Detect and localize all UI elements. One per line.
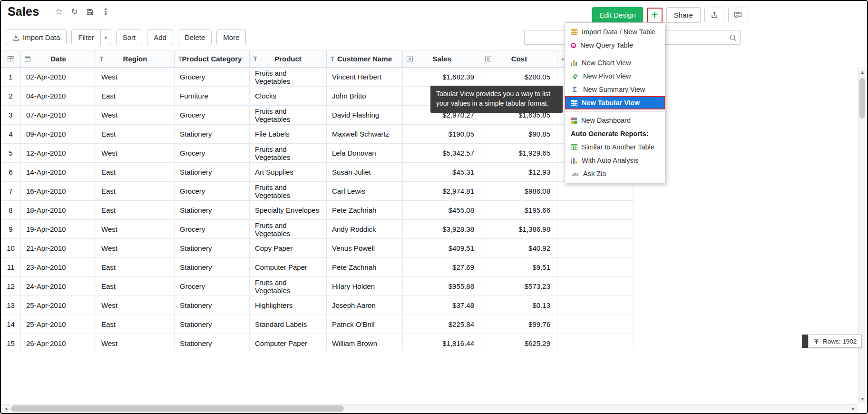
- cell-product[interactable]: Fruits and Vegetables: [250, 68, 327, 87]
- filter-dropdown-button[interactable]: ▾: [101, 30, 111, 45]
- cell-cost[interactable]: $573.23: [481, 277, 557, 296]
- cell-region[interactable]: West: [96, 144, 175, 163]
- cell-region[interactable]: East: [96, 201, 175, 220]
- cell-cost[interactable]: $986.08: [481, 182, 557, 201]
- row-number[interactable]: 8: [1, 201, 21, 220]
- column-header-cost[interactable]: 0 Cost: [481, 50, 557, 68]
- row-number[interactable]: 1: [1, 68, 21, 87]
- cell-region[interactable]: East: [96, 277, 175, 296]
- horizontal-scrollbar[interactable]: ◂ ▸: [2, 404, 858, 412]
- table-row[interactable]: 1 02-Apr-2010 West Grocery Fruits and Ve…: [1, 68, 634, 87]
- cell-date[interactable]: 26-Apr-2010: [21, 334, 96, 351]
- cell-empty[interactable]: [557, 239, 634, 258]
- table-row[interactable]: 9 19-Apr-2010 West Grocery Fruits and Ve…: [1, 220, 634, 239]
- cell-date[interactable]: 09-Apr-2010: [21, 125, 96, 144]
- cell-customer-name[interactable]: Joseph Aaron: [327, 296, 403, 315]
- cell-product[interactable]: Clocks: [250, 87, 327, 106]
- cell-date[interactable]: 14-Apr-2010: [21, 163, 96, 182]
- cell-product[interactable]: Computer Paper: [250, 258, 327, 277]
- scroll-left-icon[interactable]: ◂: [2, 404, 10, 413]
- table-corner-cell[interactable]: [1, 50, 21, 68]
- cell-cost[interactable]: $99.76: [481, 315, 557, 334]
- share-button[interactable]: Share: [666, 7, 701, 23]
- cell-product[interactable]: Highlighters: [250, 296, 327, 315]
- cell-region[interactable]: West: [96, 68, 175, 87]
- cell-product-category[interactable]: Grocery: [175, 182, 250, 201]
- cell-cost[interactable]: $90.85: [481, 125, 557, 144]
- refresh-icon[interactable]: ↻: [71, 8, 78, 16]
- cell-cost[interactable]: $625.29: [481, 334, 557, 351]
- cell-customer-name[interactable]: Hilary Holden: [327, 277, 403, 296]
- cell-customer-name[interactable]: Pete Zachriah: [327, 201, 403, 220]
- cell-product[interactable]: Fruits and Vegetables: [250, 220, 327, 239]
- edit-design-button[interactable]: Edit Design: [592, 7, 643, 23]
- cell-product[interactable]: Art Supplies: [250, 163, 327, 182]
- cell-product-category[interactable]: Stationery: [175, 125, 250, 144]
- cell-product[interactable]: Copy Paper: [250, 239, 327, 258]
- table-row[interactable]: 6 14-Apr-2010 East Stationery Art Suppli…: [1, 163, 634, 182]
- cell-region[interactable]: East: [96, 125, 175, 144]
- cell-sales[interactable]: $45.31: [403, 163, 481, 182]
- column-header-region[interactable]: T Region: [96, 50, 175, 68]
- cell-region[interactable]: West: [96, 239, 175, 258]
- table-row[interactable]: 10 21-Apr-2010 West Stationery Copy Pape…: [1, 239, 634, 258]
- table-row[interactable]: 8 18-Apr-2010 East Stationery Specialty …: [1, 201, 634, 220]
- cell-date[interactable]: 12-Apr-2010: [21, 144, 96, 163]
- menu-item-new-tabular-view[interactable]: New Tabular View: [565, 96, 665, 109]
- table-row[interactable]: 11 23-Apr-2010 East Stationery Computer …: [1, 258, 634, 277]
- cell-date[interactable]: 18-Apr-2010: [21, 201, 96, 220]
- cell-region[interactable]: East: [96, 315, 175, 334]
- cell-product[interactable]: File Labels: [250, 125, 327, 144]
- cell-customer-name[interactable]: Carl Lewis: [327, 182, 403, 201]
- cell-sales[interactable]: $1,682.39: [403, 68, 481, 87]
- vertical-scrollbar-thumb[interactable]: [859, 78, 865, 118]
- row-number[interactable]: 7: [1, 182, 21, 201]
- search-icon[interactable]: [729, 34, 737, 43]
- row-number[interactable]: 15: [1, 334, 21, 351]
- add-button[interactable]: Add: [147, 30, 173, 45]
- menu-item-new-pivot-view[interactable]: New Pivot View: [565, 69, 665, 83]
- cell-sales[interactable]: $455.08: [403, 201, 481, 220]
- scroll-down-icon[interactable]: ▾: [858, 395, 867, 403]
- table-row[interactable]: 12 24-Apr-2010 East Grocery Fruits and V…: [1, 277, 634, 296]
- row-number[interactable]: 11: [1, 258, 21, 277]
- cell-region[interactable]: East: [96, 163, 175, 182]
- cell-date[interactable]: 21-Apr-2010: [21, 239, 96, 258]
- cell-product[interactable]: Fruits and Vegetables: [250, 144, 327, 163]
- column-header-customer-name[interactable]: T Customer Name: [327, 50, 403, 68]
- cell-product-category[interactable]: Grocery: [175, 106, 250, 125]
- menu-item-new-dashboard[interactable]: New Dashboard: [565, 114, 665, 127]
- cell-product[interactable]: Computer Paper: [250, 334, 327, 351]
- cell-cost[interactable]: $1,929.65: [481, 144, 557, 163]
- cell-date[interactable]: 19-Apr-2010: [21, 220, 96, 239]
- row-number[interactable]: 3: [1, 106, 21, 125]
- cell-product-category[interactable]: Stationery: [175, 201, 250, 220]
- cell-product-category[interactable]: Grocery: [175, 220, 250, 239]
- table-row[interactable]: 15 26-Apr-2010 West Stationery Computer …: [1, 334, 634, 351]
- cell-product-category[interactable]: Stationery: [175, 315, 250, 334]
- cell-sales[interactable]: $955.88: [403, 277, 481, 296]
- menu-item-new-query-table[interactable]: New Query Table: [565, 39, 665, 52]
- cell-product-category[interactable]: Stationery: [175, 258, 250, 277]
- table-row[interactable]: 5 12-Apr-2010 West Grocery Fruits and Ve…: [1, 144, 634, 163]
- cell-product-category[interactable]: Stationery: [175, 163, 250, 182]
- cell-sales[interactable]: $27.69: [403, 258, 481, 277]
- cell-sales[interactable]: $225.84: [403, 315, 481, 334]
- menu-item-ask-zia[interactable]: Ask Zia: [565, 167, 665, 180]
- delete-button[interactable]: Delete: [178, 30, 212, 45]
- cell-sales[interactable]: $37.48: [403, 296, 481, 315]
- row-number[interactable]: 6: [1, 163, 21, 182]
- cell-region[interactable]: West: [96, 296, 175, 315]
- cell-customer-name[interactable]: Maxwell Schwartz: [327, 125, 403, 144]
- cell-cost[interactable]: $1,386.98: [481, 220, 557, 239]
- table-row[interactable]: 13 25-Apr-2010 West Stationery Highlight…: [1, 296, 634, 315]
- column-header-product[interactable]: T Product: [250, 50, 327, 68]
- cell-product-category[interactable]: Stationery: [175, 239, 250, 258]
- column-header-product-category[interactable]: T Product Category: [175, 50, 250, 68]
- filter-button[interactable]: Filter: [71, 30, 100, 45]
- menu-item-import-data-new-table[interactable]: Import Data / New Table: [565, 25, 665, 39]
- scroll-to-top-icon[interactable]: [813, 338, 819, 345]
- horizontal-scrollbar-thumb[interactable]: [11, 405, 344, 412]
- row-number[interactable]: 5: [1, 144, 21, 163]
- cell-product-category[interactable]: Furniture: [175, 87, 250, 106]
